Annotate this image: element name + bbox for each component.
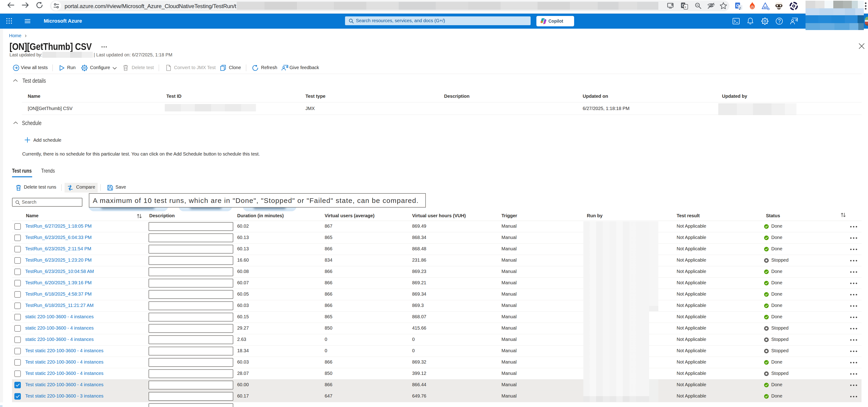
svg-text:x: x [685, 5, 687, 9]
svg-text:ax: ax [764, 5, 767, 9]
